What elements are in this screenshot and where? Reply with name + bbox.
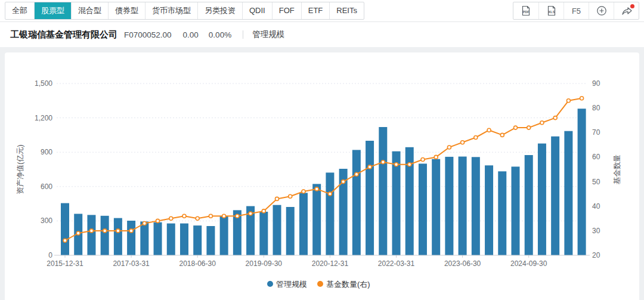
bar-2016-12-31[interactable] [114, 218, 122, 255]
line-marker-2016-03-31[interactable] [76, 231, 80, 235]
tab-all[interactable]: 全部 [5, 2, 34, 19]
pdf-icon: PDF [520, 5, 532, 17]
tab-etf[interactable]: ETF [301, 2, 330, 19]
line-marker-2021-09-30[interactable] [368, 165, 371, 169]
line-marker-2022-12-31[interactable] [434, 155, 438, 159]
bar-2025-06-30[interactable] [564, 131, 572, 255]
line-marker-2018-03-31[interactable] [182, 214, 186, 218]
tab-fof[interactable]: FOF [272, 2, 301, 19]
legend-label: 基金数量(右) [326, 280, 370, 289]
line-marker-2018-09-30[interactable] [209, 214, 212, 218]
bar-2017-03-31[interactable] [127, 221, 135, 255]
line-marker-2019-12-31[interactable] [275, 197, 279, 200]
line-marker-2020-09-30[interactable] [315, 187, 318, 191]
line-marker-2020-03-31[interactable] [289, 194, 292, 198]
bar-2019-09-30[interactable] [259, 212, 268, 255]
line-marker-2019-03-31[interactable] [236, 214, 239, 218]
bar-2025-09-30[interactable] [578, 109, 586, 255]
line-marker-2017-12-31[interactable] [169, 217, 173, 220]
line-marker-2020-12-31[interactable] [328, 192, 332, 196]
line-marker-2017-09-30[interactable] [156, 219, 160, 222]
export-pdf-button[interactable]: PDF [513, 2, 538, 19]
bar-2024-03-31[interactable] [498, 171, 506, 255]
bar-2018-03-31[interactable] [180, 224, 188, 255]
bar-2020-09-30[interactable] [312, 184, 321, 255]
bar-2021-12-31[interactable] [379, 127, 387, 255]
bar-2019-12-31[interactable] [273, 205, 281, 255]
bar-2021-09-30[interactable] [366, 141, 374, 255]
bar-2023-09-30[interactable] [472, 157, 480, 255]
tab-equity[interactable]: 股票型 [34, 2, 71, 19]
line-marker-2018-06-30[interactable] [196, 217, 199, 220]
bar-2024-06-30[interactable] [511, 166, 519, 255]
line-marker-2024-09-30[interactable] [527, 126, 531, 129]
right-axis-tick-label: 90 [592, 79, 600, 88]
line-marker-2017-06-30[interactable] [143, 222, 146, 225]
legend-item-管理规模[interactable]: 管理规模 [267, 280, 307, 289]
line-marker-2022-03-31[interactable] [395, 163, 398, 166]
bar-2018-06-30[interactable] [193, 225, 202, 255]
line-marker-2021-06-30[interactable] [355, 172, 358, 176]
line-marker-2023-12-31[interactable] [487, 128, 491, 132]
bar-2024-12-31[interactable] [538, 144, 546, 255]
bar-2022-03-31[interactable] [392, 151, 401, 255]
tab-reits[interactable]: REITs [329, 2, 364, 19]
line-marker-2023-03-31[interactable] [447, 146, 451, 149]
line-marker-2022-06-30[interactable] [408, 163, 411, 166]
bar-2024-09-30[interactable] [525, 155, 533, 255]
bar-2017-09-30[interactable] [154, 222, 162, 255]
bar-2020-06-30[interactable] [299, 193, 308, 255]
bar-2018-09-30[interactable] [206, 226, 215, 255]
bar-2023-06-30[interactable] [459, 157, 467, 256]
legend-item-基金数量(右)[interactable]: 基金数量(右) [317, 280, 370, 289]
bar-2023-12-31[interactable] [485, 165, 493, 255]
line-marker-2024-03-31[interactable] [500, 133, 504, 137]
line-marker-2023-09-30[interactable] [474, 136, 478, 140]
line-marker-2019-09-30[interactable] [262, 209, 265, 213]
bar-2020-12-31[interactable] [326, 172, 334, 255]
bar-2015-12-31[interactable] [61, 203, 69, 255]
tab-money-market[interactable]: 货币市场型 [145, 2, 197, 19]
refresh-f5-button[interactable]: F5 [564, 2, 589, 19]
bar-2023-03-31[interactable] [445, 157, 453, 255]
line-marker-2021-03-31[interactable] [342, 180, 345, 184]
line-marker-2018-12-31[interactable] [222, 214, 226, 218]
bar-2017-06-30[interactable] [140, 221, 148, 255]
bar-2016-06-30[interactable] [87, 215, 95, 255]
line-marker-2017-03-31[interactable] [129, 229, 133, 233]
line-marker-2025-09-30[interactable] [580, 97, 584, 100]
bar-2022-12-31[interactable] [432, 159, 440, 255]
share-button[interactable] [614, 2, 639, 19]
line-marker-2025-06-30[interactable] [566, 99, 570, 103]
bar-2022-09-30[interactable] [419, 163, 427, 255]
line-marker-2016-09-30[interactable] [103, 229, 107, 233]
line-marker-2019-06-30[interactable] [249, 212, 252, 215]
bar-2021-06-30[interactable] [352, 150, 361, 255]
line-marker-2016-06-30[interactable] [89, 229, 93, 233]
line-marker-2021-12-31[interactable] [381, 160, 385, 164]
tab-alternative[interactable]: 另类投资 [197, 2, 242, 19]
line-marker-2024-06-30[interactable] [514, 126, 518, 129]
bar-2020-03-31[interactable] [286, 207, 295, 255]
left-axis-tick-label: 600 [41, 183, 52, 191]
line-marker-2015-12-31[interactable] [63, 239, 67, 242]
line-marker-2023-06-30[interactable] [461, 141, 465, 144]
export-xls-button[interactable]: XLS [538, 2, 564, 19]
right-axis-tick-label: 60 [592, 153, 600, 161]
tab-qdii[interactable]: QDII [242, 2, 272, 19]
line-marker-2022-09-30[interactable] [421, 158, 425, 162]
line-marker-2025-03-31[interactable] [553, 116, 557, 120]
bar-2025-03-31[interactable] [551, 137, 559, 255]
refresh-f5-label: F5 [572, 7, 581, 16]
bar-2016-09-30[interactable] [101, 216, 109, 255]
view-label-management-scale[interactable]: 管理规模 [252, 29, 284, 40]
bar-2017-12-31[interactable] [167, 224, 175, 255]
line-marker-2020-06-30[interactable] [302, 190, 305, 193]
tab-bond[interactable]: 债券型 [108, 2, 145, 19]
bar-2018-12-31[interactable] [220, 217, 228, 255]
line-marker-2024-12-31[interactable] [540, 121, 544, 125]
line-marker-2016-12-31[interactable] [116, 229, 120, 233]
tab-hybrid[interactable]: 混合型 [71, 2, 108, 19]
x-tick-label: 2024-09-30 [510, 259, 547, 268]
add-button[interactable] [589, 2, 614, 19]
